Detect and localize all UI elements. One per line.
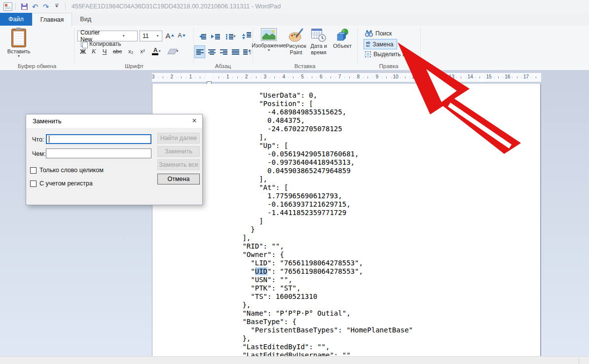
- select-all-icon: [365, 51, 371, 57]
- replace-all-button[interactable]: Заменить все: [157, 159, 200, 170]
- title-bar: ↶ ↷ 455FAEE1D1984C04A36D31C19DD43218.00.…: [0, 0, 589, 13]
- find-button[interactable]: Поиск: [365, 30, 392, 37]
- justify-button[interactable]: [230, 45, 241, 58]
- match-case-checkbox[interactable]: С учетом регистра: [30, 180, 93, 187]
- align-left-icon: [196, 49, 204, 55]
- replace-with-input[interactable]: [46, 148, 151, 158]
- text-highlight-button[interactable]: ▾: [166, 45, 182, 57]
- subscript-icon: x₂: [128, 48, 133, 54]
- align-left-button[interactable]: [194, 45, 205, 58]
- object-icon: [335, 28, 349, 42]
- find-what-input[interactable]: [46, 134, 151, 144]
- select-all-button[interactable]: Выделить все: [365, 51, 412, 58]
- shrink-font-icon: A: [178, 32, 182, 39]
- paint-drawing-button[interactable]: Рисунок Paint: [285, 28, 307, 56]
- dialog-title-bar[interactable]: Заменить: [26, 114, 202, 128]
- subscript-button[interactable]: x₂: [125, 45, 136, 57]
- font-color-icon: A: [152, 48, 158, 55]
- chevron-down-icon: ▾: [233, 35, 235, 38]
- increase-indent-button[interactable]: [209, 31, 222, 42]
- text-caret: [49, 136, 49, 143]
- font-family-value: Courier New: [78, 29, 108, 43]
- group-label-insert: Вставка: [253, 63, 357, 69]
- strikethrough-icon: abc: [113, 48, 122, 54]
- chevron-down-icon: ▾: [108, 35, 137, 37]
- whole-word-label: Только слово целиком: [39, 167, 104, 174]
- tab-view[interactable]: Вид: [72, 13, 99, 26]
- chevron-down-icon: [55, 4, 59, 9]
- tab-home[interactable]: Главная: [32, 13, 73, 26]
- insert-object-button[interactable]: Объект: [331, 28, 354, 49]
- whole-word-checkbox[interactable]: Только слово целиком: [30, 167, 104, 174]
- group-label-paragraph: Абзац: [193, 63, 253, 69]
- image-icon: [261, 28, 277, 41]
- ruler[interactable]: 3211234567891011121314151617: [152, 73, 541, 82]
- bullet-list-icon: [226, 34, 233, 39]
- align-center-button[interactable]: [206, 45, 217, 58]
- bold-button[interactable]: Ж: [78, 45, 88, 57]
- date-time-label: Дата и время: [308, 43, 330, 56]
- font-family-combo[interactable]: Courier New ▾: [77, 31, 138, 41]
- redo-icon: ↷: [43, 3, 49, 10]
- document-page[interactable]: "UserData": 0, "Position": [ -4.68984985…: [152, 84, 541, 356]
- document-text[interactable]: "UserData": 0, "Position": [ -4.68984985…: [209, 91, 413, 360]
- italic-icon: К: [92, 47, 96, 55]
- cancel-button[interactable]: Отмена: [157, 174, 200, 184]
- list-button[interactable]: ▾: [223, 31, 238, 42]
- font-size-combo[interactable]: 11 ▾: [140, 31, 162, 41]
- window-title: 455FAEE1D1984C04A36D31C19DD43218.00.2021…: [72, 3, 281, 10]
- line-spacing-icon: [242, 32, 251, 41]
- status-bar-divider: [579, 358, 579, 364]
- shrink-font-button[interactable]: A: [176, 30, 187, 41]
- replace-with-label: Чем:: [32, 150, 45, 157]
- separator: [15, 3, 16, 10]
- paint-palette-icon: [289, 28, 303, 42]
- justify-icon: [232, 49, 239, 55]
- match-case-label: С учетом регистра: [39, 180, 93, 187]
- superscript-button[interactable]: x²: [137, 45, 148, 57]
- find-what-label: Что:: [32, 136, 44, 143]
- select-all-label: Выделить все: [373, 51, 412, 58]
- superscript-icon: x²: [140, 48, 145, 54]
- align-center-icon: [208, 49, 216, 55]
- undo-icon: ↶: [32, 3, 38, 10]
- grow-font-icon: A: [165, 32, 170, 40]
- binoculars-icon: [365, 30, 373, 37]
- redo-button[interactable]: ↷: [41, 1, 51, 11]
- right-indent-marker[interactable]: [480, 78, 485, 82]
- chevron-down-icon: ▾: [18, 55, 20, 58]
- strikethrough-button[interactable]: abc: [110, 45, 124, 57]
- insert-image-button[interactable]: Изображение ▾: [254, 28, 284, 52]
- tab-file[interactable]: Файл: [0, 13, 32, 26]
- line-spacing-button[interactable]: [239, 31, 254, 42]
- grow-font-button[interactable]: A: [164, 30, 175, 41]
- italic-button[interactable]: К: [89, 45, 99, 57]
- paint-drawing-label: Рисунок Paint: [285, 43, 307, 56]
- replace-one-button[interactable]: Заменить: [157, 146, 200, 157]
- align-right-button[interactable]: [218, 45, 229, 58]
- paste-button[interactable]: Вставить ▾: [6, 29, 32, 58]
- replace-button[interactable]: abac Замена: [364, 39, 397, 49]
- hanging-indent-marker[interactable]: [207, 78, 212, 81]
- save-button[interactable]: [19, 1, 29, 11]
- separator: [65, 3, 66, 10]
- chevron-down-icon: ▾: [268, 49, 270, 52]
- group-label-font: Шрифт: [75, 63, 193, 69]
- font-color-button[interactable]: A ▾: [149, 45, 164, 57]
- checkbox-icon: [30, 181, 37, 187]
- decrease-indent-button[interactable]: [195, 31, 208, 42]
- replace-icon: abac: [366, 41, 370, 47]
- decrease-indent-icon: [197, 34, 206, 39]
- date-time-button[interactable]: Дата и время: [308, 28, 330, 56]
- undo-button[interactable]: ↶: [30, 1, 40, 11]
- ribbon: Вставить ▾ Вырезать Копировать Буфер обм…: [0, 26, 589, 71]
- first-line-indent-marker[interactable]: [207, 73, 212, 76]
- paragraph-icon: [243, 49, 248, 55]
- dialog-close-button[interactable]: ×: [188, 116, 200, 126]
- wordpad-app-icon[interactable]: [3, 2, 12, 11]
- font-size-value: 11: [140, 33, 151, 39]
- underline-button[interactable]: Ч: [100, 45, 110, 57]
- find-next-button[interactable]: Найти далее: [157, 133, 200, 144]
- quick-access-dropdown[interactable]: [52, 1, 62, 11]
- align-right-icon: [220, 49, 227, 55]
